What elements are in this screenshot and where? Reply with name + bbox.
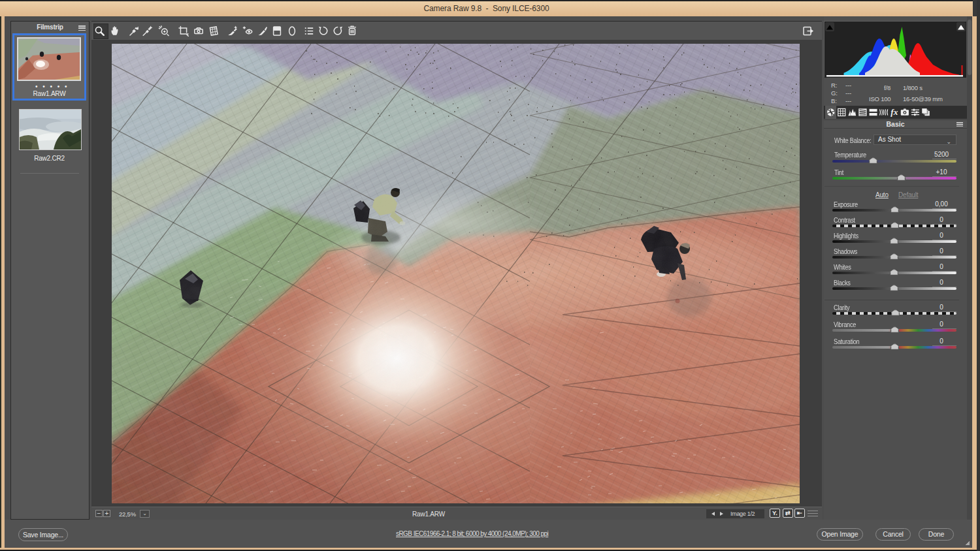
svg-text:fx: fx (890, 107, 898, 117)
